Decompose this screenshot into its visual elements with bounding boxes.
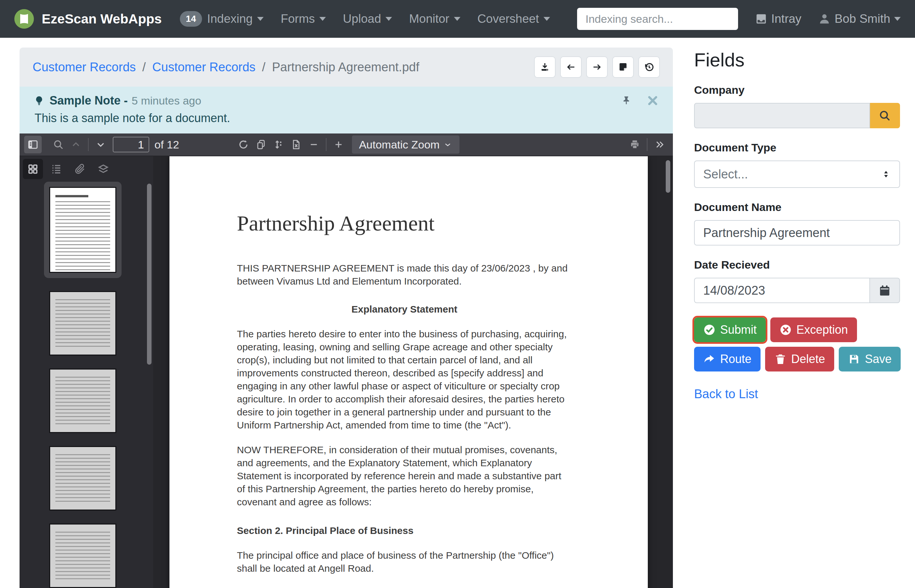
zoom-out-button[interactable]: [305, 136, 322, 153]
date-received-input[interactable]: [694, 278, 870, 303]
user-icon: [818, 13, 831, 25]
breadcrumb-link-customer-records-2[interactable]: Customer Records: [152, 60, 256, 74]
grid-icon: [27, 163, 39, 175]
sidebar-scrollbar[interactable]: [147, 184, 152, 365]
close-icon: [647, 95, 659, 107]
check-circle-icon: [703, 324, 716, 336]
route-button[interactable]: Route: [694, 347, 761, 372]
save-floppy-icon: [848, 353, 860, 365]
document-type-label: Document Type: [694, 141, 900, 154]
exception-button[interactable]: Exception: [770, 317, 857, 342]
secondary-toolbar-button[interactable]: [651, 136, 668, 153]
indexing-count-badge: 14: [180, 11, 202, 27]
search-icon: [53, 139, 64, 150]
note-title: Sample Note -: [50, 94, 128, 107]
thumbnail-page-1[interactable]: [49, 187, 116, 273]
document-x-icon: [291, 139, 302, 150]
copy-page-button[interactable]: [252, 136, 270, 153]
scroll-mode-button[interactable]: [270, 136, 287, 153]
delete-button[interactable]: Delete: [765, 347, 834, 372]
submit-button[interactable]: Submit: [694, 317, 766, 342]
document-type-value: Select...: [703, 167, 748, 181]
calendar-button[interactable]: [870, 278, 900, 303]
history-button[interactable]: [638, 57, 660, 78]
notes-button[interactable]: [612, 57, 634, 78]
intray-button[interactable]: Intray: [755, 12, 802, 26]
trash-icon: [774, 353, 787, 365]
copy-pages-icon: [256, 139, 267, 150]
nav-item-indexing[interactable]: Indexing: [207, 12, 264, 26]
export-spreadsheet-button[interactable]: [287, 136, 305, 153]
company-input[interactable]: [694, 103, 870, 128]
thumbnail-page-2[interactable]: [49, 291, 116, 355]
nav-item-coversheet[interactable]: Coversheet: [478, 12, 550, 26]
sidebar-toggle-icon: [28, 139, 39, 150]
save-button[interactable]: Save: [839, 347, 900, 372]
breadcrumb-link-customer-records[interactable]: Customer Records: [32, 60, 136, 74]
page-count-label: of 12: [154, 138, 179, 151]
doc-paragraph: THIS PARTNERSHIP AGREEMENT is made this …: [237, 262, 572, 288]
note-banner: Sample Note - 5 minutes ago This is a sa…: [19, 87, 673, 134]
download-icon: [539, 62, 550, 72]
document-header: Customer Records / Customer Records / Pa…: [19, 47, 673, 87]
fields-panel: Fields Company Document Type Select... D…: [694, 49, 900, 401]
outline-view-button[interactable]: [46, 159, 66, 179]
chevron-down-icon: [443, 140, 452, 149]
indexing-search-input[interactable]: [577, 8, 738, 30]
nav-menus: 14 Indexing Forms Upload Monitor Coversh…: [180, 11, 550, 27]
document-name-label: Document Name: [694, 201, 900, 213]
back-to-list-link[interactable]: Back to List: [694, 387, 758, 401]
nav-item-upload[interactable]: Upload: [343, 12, 392, 26]
thumbnail-page-3[interactable]: [49, 368, 116, 433]
pdf-page-view: Partnership Agreement THIS PARTNERSHIP A…: [153, 156, 673, 588]
doc-text: THIS PARTNERSHIP AGREEMENT is made this …: [237, 262, 572, 588]
company-search-button[interactable]: [870, 103, 900, 128]
breadcrumb-separator: /: [262, 60, 266, 74]
rotate-page-button[interactable]: [235, 136, 252, 153]
attachments-view-button[interactable]: [70, 159, 90, 179]
top-navbar: EzeScan WebApps 14 Indexing Forms Upload…: [0, 0, 915, 38]
nav-item-monitor[interactable]: Monitor: [409, 12, 460, 26]
note-timestamp: 5 minutes ago: [132, 94, 201, 107]
download-button[interactable]: [534, 57, 555, 78]
thumbnail-list: [19, 182, 146, 588]
paperclip-icon: [74, 163, 86, 175]
printer-icon: [629, 139, 640, 150]
page-number-input[interactable]: [113, 137, 149, 152]
thumbnail-page-4[interactable]: [49, 446, 116, 510]
zoom-in-button[interactable]: [330, 136, 347, 153]
document-name-input[interactable]: [694, 220, 900, 246]
breadcrumb: Customer Records / Customer Records / Pa…: [32, 60, 419, 74]
print-button[interactable]: [626, 136, 644, 153]
doc-title: Partnership Agreement: [237, 211, 572, 236]
nav-item-forms[interactable]: Forms: [280, 12, 326, 26]
user-menu[interactable]: Bob Smith: [818, 12, 900, 26]
layers-icon: [97, 163, 109, 175]
fields-title: Fields: [694, 49, 900, 71]
document-type-select[interactable]: Select...: [694, 160, 900, 188]
previous-document-button[interactable]: [560, 57, 581, 78]
previous-page-button[interactable]: [67, 136, 85, 153]
viewer-scrollbar[interactable]: [666, 160, 670, 193]
layers-view-button[interactable]: [93, 159, 113, 179]
calendar-icon: [878, 284, 891, 297]
doc-heading: Explanatory Statement: [237, 303, 572, 316]
caret-down-icon: [894, 17, 900, 21]
breadcrumb-current: Partnership Agreement.pdf: [272, 60, 419, 74]
pin-button[interactable]: [621, 95, 632, 106]
date-received-label: Date Recieved: [694, 258, 900, 271]
sidebar-toggle-button[interactable]: [24, 136, 42, 153]
vertical-arrows-icon: [273, 139, 284, 150]
zoom-level-select[interactable]: Automatic Zoom: [352, 136, 460, 153]
double-chevron-right-icon: [654, 139, 665, 150]
next-document-button[interactable]: [586, 57, 608, 78]
close-note-button[interactable]: [647, 95, 659, 107]
lightbulb-icon: [34, 95, 44, 106]
thumbnail-page-5[interactable]: [49, 523, 116, 588]
doc-heading: Section 2. Principal Place of Business: [237, 524, 572, 537]
next-page-button[interactable]: [92, 136, 110, 153]
caret-down-icon: [385, 17, 392, 21]
find-button[interactable]: [50, 136, 67, 153]
thumbnails-view-button[interactable]: [23, 159, 43, 179]
doc-paragraph: The principal office and place of busine…: [237, 549, 572, 575]
